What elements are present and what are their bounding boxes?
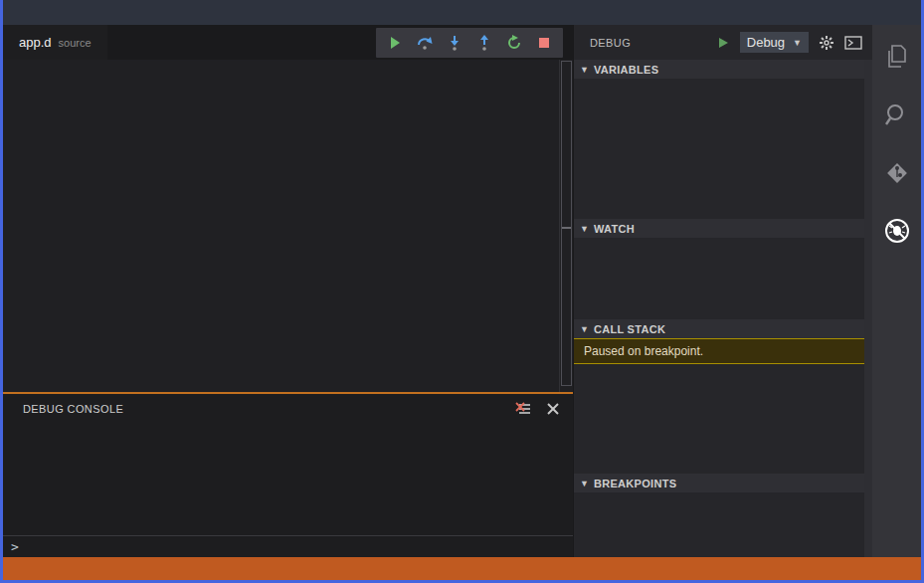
open-console-icon[interactable] — [844, 36, 862, 50]
close-icon[interactable] — [547, 403, 559, 415]
tab-subtitle: source — [59, 37, 92, 49]
sidebar-item-search[interactable] — [872, 98, 921, 132]
main-area: app.d source — [3, 25, 921, 557]
debug-config-value: Debug — [747, 35, 785, 50]
chevron-down-icon: ▼ — [580, 65, 589, 75]
call-stack-list — [574, 364, 872, 474]
section-header-call-stack[interactable]: ▼ CALL STACK — [574, 319, 872, 338]
tab-title: app.d — [19, 35, 52, 50]
menu-bar — [3, 0, 921, 25]
code-editor[interactable] — [3, 60, 573, 392]
debug-bug-icon — [883, 217, 911, 245]
debug-sidebar: DEBUG Debug ▼ ▼ VARIABLES ▼ WATCH — [573, 25, 872, 557]
stop-icon — [536, 35, 552, 51]
restart-icon — [506, 35, 522, 51]
files-icon — [884, 44, 910, 72]
step-over-button[interactable] — [410, 28, 440, 58]
debug-console-panel: DEBUG CONSOLE > — [3, 392, 573, 557]
continue-icon — [387, 35, 403, 51]
sidebar-item-debug[interactable] — [872, 214, 921, 248]
debug-console-header: DEBUG CONSOLE — [3, 394, 573, 424]
clear-console-icon[interactable] — [515, 402, 531, 416]
restart-button[interactable] — [499, 28, 529, 58]
section-header-watch[interactable]: ▼ WATCH — [574, 219, 872, 238]
sidebar-item-source-control[interactable] — [872, 156, 921, 190]
tab-appd[interactable]: app.d source — [3, 25, 107, 60]
step-over-icon — [416, 35, 434, 51]
step-out-icon — [476, 35, 492, 51]
debug-console-input[interactable]: > — [3, 535, 573, 557]
stop-button[interactable] — [529, 28, 559, 58]
editor-scrollbar[interactable] — [559, 60, 573, 392]
step-out-button[interactable] — [469, 28, 499, 58]
paused-banner: Paused on breakpoint. — [574, 338, 872, 364]
step-into-icon — [447, 35, 462, 51]
section-header-variables[interactable]: ▼ VARIABLES — [574, 60, 872, 79]
continue-button[interactable] — [380, 28, 410, 58]
gear-icon[interactable] — [819, 35, 834, 51]
chevron-down-icon: ▼ — [580, 324, 589, 334]
breakpoints-list — [574, 492, 872, 557]
status-bar — [3, 557, 921, 580]
vscode-window: app.d source — [0, 0, 924, 583]
chevron-down-icon: ▼ — [580, 479, 589, 488]
tab-bar: app.d source — [3, 25, 573, 60]
debug-console-title: DEBUG CONSOLE — [23, 403, 123, 415]
variables-list — [574, 79, 872, 219]
chevron-down-icon: ▼ — [793, 38, 802, 48]
step-into-button[interactable] — [440, 28, 469, 58]
git-icon — [884, 160, 910, 186]
editor-scrollbar-thumb[interactable] — [561, 61, 572, 386]
editor-column: app.d source — [3, 25, 573, 557]
debug-config-dropdown[interactable]: Debug ▼ — [740, 32, 809, 53]
search-icon — [884, 102, 910, 128]
watch-list — [574, 238, 872, 319]
section-header-breakpoints[interactable]: ▼ BREAKPOINTS — [574, 474, 872, 492]
scrollbar-mark — [562, 227, 571, 229]
debug-sidebar-header: DEBUG Debug ▼ — [574, 25, 872, 60]
start-debug-icon[interactable] — [716, 36, 730, 50]
sidebar-title: DEBUG — [590, 37, 631, 49]
debug-toolbar — [376, 28, 563, 58]
activity-bar — [872, 25, 921, 557]
chevron-down-icon: ▼ — [580, 224, 589, 234]
sidebar-item-explorer[interactable] — [872, 41, 921, 75]
